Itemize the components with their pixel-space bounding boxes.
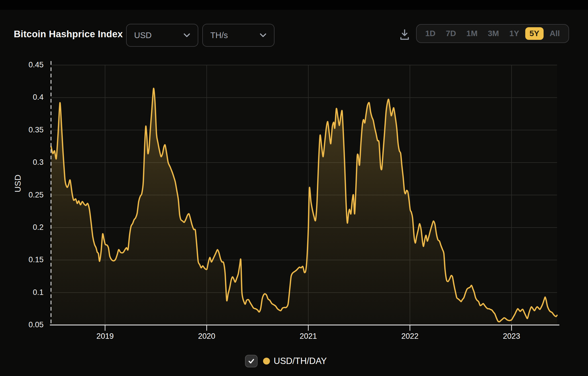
hashprice-chart[interactable]	[0, 0, 588, 376]
legend-checkbox[interactable]	[245, 355, 258, 367]
y-tick-label: 0.1	[17, 288, 44, 297]
legend-series-dot	[263, 358, 270, 365]
y-tick-label: 0.05	[17, 320, 44, 329]
y-tick-label: 0.45	[17, 60, 44, 69]
y-axis-title: USD	[13, 175, 23, 193]
x-tick-label: 2022	[401, 332, 418, 341]
legend-series-label[interactable]: USD/TH/DAY	[274, 356, 327, 366]
y-tick-label: 0.35	[17, 126, 44, 134]
y-tick-label: 0.3	[17, 158, 44, 167]
x-tick-label: 2023	[503, 332, 520, 341]
y-tick-label: 0.2	[17, 223, 44, 232]
legend: USD/TH/DAY	[245, 355, 327, 367]
x-tick-label: 2019	[97, 332, 114, 341]
x-tick-label: 2021	[300, 332, 317, 341]
checkmark-icon	[247, 357, 255, 365]
y-tick-label: 0.4	[17, 93, 44, 102]
x-tick-label: 2020	[198, 332, 215, 341]
axis-lines	[50, 325, 559, 331]
y-tick-label: 0.15	[17, 255, 44, 264]
